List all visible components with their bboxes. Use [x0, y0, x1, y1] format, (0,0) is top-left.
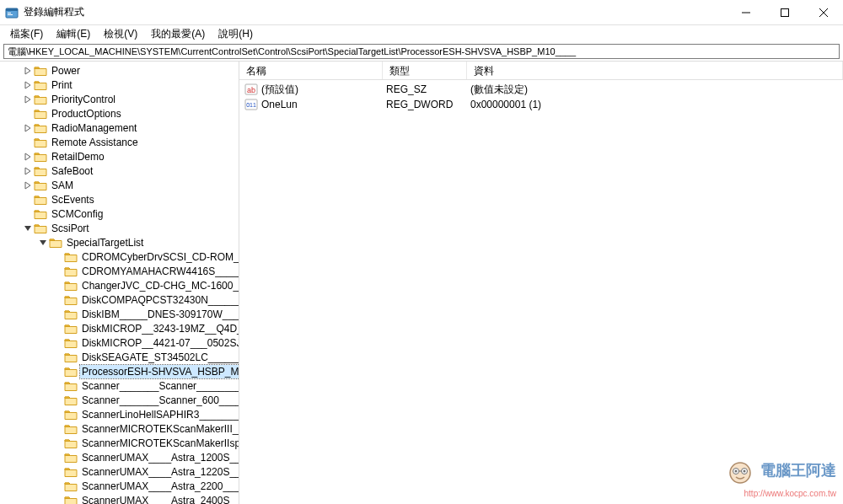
tree-item-label[interactable]: ScannerMICROTEKScanMakerIII___ — [80, 422, 239, 436]
tree-pane[interactable]: PowerPrintPriorityControlProductOptionsR… — [0, 62, 239, 504]
folder-icon — [64, 409, 78, 421]
tree-item[interactable]: SCMConfig — [3, 206, 239, 221]
address-input[interactable] — [3, 44, 840, 59]
tree-item-label[interactable]: ScEvents — [50, 193, 96, 206]
tree-item-label[interactable]: ChangerJVC_CD-CHG_MC-1600____ — [80, 279, 239, 292]
tree-item[interactable]: Scanner_______Scanner________ — [3, 378, 239, 393]
tree-item-label[interactable]: ScsiPort — [50, 222, 91, 235]
tree-item[interactable]: ScannerMICROTEKScanMakerIII___ — [3, 421, 239, 436]
tree-item[interactable]: SAM — [3, 178, 239, 192]
tree-item[interactable]: ScannerUMAX____Astra_1220S____ — [3, 464, 239, 479]
tree-item-label[interactable]: SCMConfig — [50, 207, 105, 221]
tree-item[interactable]: PriorityControl — [3, 92, 239, 106]
tree-item[interactable]: ScannerUMAX____Astra_2400S____ — [3, 493, 239, 504]
tree-item[interactable]: RadioManagement — [3, 121, 239, 135]
tree-item-label[interactable]: Scanner_______Scanner________ — [80, 379, 239, 393]
minimize-button[interactable] — [727, 0, 765, 24]
tree-item-label[interactable]: DiskCOMPAQPCST32430N______ — [80, 293, 239, 307]
folder-icon — [34, 223, 47, 234]
tree-item-label[interactable]: ScannerUMAX____Astra_2400S____ — [80, 494, 239, 505]
tree-item[interactable]: ChangerJVC_CD-CHG_MC-1600____ — [3, 278, 239, 292]
list-header: 名稱 類型 資料 — [239, 62, 843, 80]
tree-item-label[interactable]: Print — [50, 78, 74, 92]
tree-item[interactable]: DiskIBM_____DNES-309170W____ — [3, 307, 239, 321]
value-data: (數值未設定) — [470, 83, 843, 97]
tree-item-label[interactable]: ScannerMICROTEKScanMakerIIsp__ — [80, 437, 239, 450]
folder-icon — [34, 208, 47, 220]
tree-item-label[interactable]: ProcessorESH-SHVSVA_HSBP_M10____ — [80, 365, 239, 378]
tree-item[interactable]: ScsiPort — [3, 221, 239, 235]
tree-item[interactable]: DiskMICROP__4421-07___0502SJ — [3, 335, 239, 350]
tree-item[interactable]: ScannerUMAX____Astra_2200_____ — [3, 479, 239, 493]
tree-item-label[interactable]: DiskSEAGATE_ST34502LC_______ — [80, 351, 239, 364]
menu-help[interactable]: 說明(H) — [212, 25, 260, 43]
value-row[interactable]: 011OneLunREG_DWORD0x00000001 (1) — [239, 97, 843, 112]
menu-edit[interactable]: 編輯(E) — [50, 25, 97, 43]
maximize-button[interactable] — [765, 0, 804, 24]
expand-icon[interactable] — [22, 94, 34, 105]
expand-icon[interactable] — [22, 165, 34, 177]
column-name[interactable]: 名稱 — [239, 62, 383, 79]
tree-item-label[interactable]: RetailDemo — [50, 150, 106, 164]
folder-icon — [64, 294, 78, 306]
tree-item-label[interactable]: CDROMYAMAHACRW4416S________ — [80, 265, 239, 278]
tree-item-label[interactable]: SAM — [50, 179, 75, 192]
tree-item-label[interactable]: ProductOptions — [50, 107, 123, 121]
tree-item[interactable]: SafeBoot — [3, 164, 239, 178]
tree-item-label[interactable]: ScannerUMAX____Astra_1220S____ — [80, 465, 239, 479]
tree-item[interactable]: ProcessorESH-SHVSVA_HSBP_M10____ — [3, 364, 239, 378]
tree-item[interactable]: ScannerLinoHellSAPHIR3_______ — [3, 407, 239, 421]
close-button[interactable] — [804, 0, 843, 24]
menu-view[interactable]: 檢視(V) — [97, 25, 144, 43]
folder-icon — [34, 79, 47, 91]
tree-item[interactable]: CDROMCyberDrvSCSI_CD-ROM_120S — [3, 249, 239, 264]
expand-icon[interactable] — [22, 180, 34, 191]
tree-item-label[interactable]: ScannerUMAX____Astra_2200_____ — [80, 480, 239, 493]
folder-icon — [64, 337, 78, 349]
expand-icon[interactable] — [22, 79, 34, 91]
tree-item-label[interactable]: Remote Assistance — [50, 136, 140, 149]
tree-item[interactable]: ScEvents — [3, 192, 239, 206]
tree-item[interactable]: SpecialTargetList — [3, 235, 239, 249]
tree-item[interactable]: DiskMICROP__3243-19MZ__Q4D__ — [3, 321, 239, 335]
expand-icon[interactable] — [22, 122, 34, 134]
tree-item[interactable]: Power — [3, 63, 239, 78]
tree-item-label[interactable]: RadioManagement — [50, 121, 138, 135]
tree-item-label[interactable]: Power — [50, 64, 82, 78]
menu-favorites[interactable]: 我的最愛(A) — [144, 25, 212, 43]
tree-item-label[interactable]: SpecialTargetList — [65, 236, 145, 249]
tree-item[interactable]: Print — [3, 78, 239, 92]
tree-item-label[interactable]: ScannerUMAX____Astra_1200S____ — [80, 451, 239, 464]
list-body[interactable]: ab(預設值)REG_SZ(數值未設定)011OneLunREG_DWORD0x… — [239, 80, 843, 114]
tree-item-label[interactable]: SafeBoot — [50, 164, 94, 178]
folder-icon — [64, 466, 78, 478]
tree-item-label[interactable]: DiskMICROP__4421-07___0502SJ — [80, 336, 239, 350]
tree-item-label[interactable]: DiskIBM_____DNES-309170W____ — [80, 308, 239, 321]
column-data[interactable]: 資料 — [467, 62, 843, 79]
column-type[interactable]: 類型 — [383, 62, 467, 79]
tree-item-label[interactable]: ScannerLinoHellSAPHIR3_______ — [80, 408, 239, 421]
folder-icon — [64, 480, 78, 492]
expand-icon[interactable] — [22, 65, 34, 77]
tree-item-label[interactable]: PriorityControl — [50, 93, 117, 106]
folder-icon — [34, 108, 47, 120]
collapse-icon[interactable] — [22, 223, 34, 234]
collapse-icon[interactable] — [37, 237, 49, 249]
tree-item[interactable]: ScannerMICROTEKScanMakerIIsp__ — [3, 436, 239, 450]
tree-item[interactable]: ProductOptions — [3, 106, 239, 121]
expand-icon[interactable] — [22, 151, 34, 163]
folder-icon — [64, 394, 78, 406]
tree-item[interactable]: Remote Assistance — [3, 135, 239, 149]
tree-item[interactable]: RetailDemo — [3, 149, 239, 164]
menu-file[interactable]: 檔案(F) — [3, 25, 50, 43]
tree-item[interactable]: Scanner_______Scanner_600____ — [3, 393, 239, 407]
tree-item-label[interactable]: Scanner_______Scanner_600____ — [80, 394, 239, 407]
value-row[interactable]: ab(預設值)REG_SZ(數值未設定) — [239, 82, 843, 97]
tree-item[interactable]: DiskCOMPAQPCST32430N______ — [3, 292, 239, 307]
tree-item[interactable]: DiskSEAGATE_ST34502LC_______ — [3, 350, 239, 364]
tree-item-label[interactable]: CDROMCyberDrvSCSI_CD-ROM_120S — [80, 250, 239, 264]
window-title: 登錄編輯程式 — [24, 5, 727, 19]
tree-item-label[interactable]: DiskMICROP__3243-19MZ__Q4D__ — [80, 322, 239, 335]
tree-item[interactable]: CDROMYAMAHACRW4416S________ — [3, 264, 239, 278]
tree-item[interactable]: ScannerUMAX____Astra_1200S____ — [3, 450, 239, 464]
